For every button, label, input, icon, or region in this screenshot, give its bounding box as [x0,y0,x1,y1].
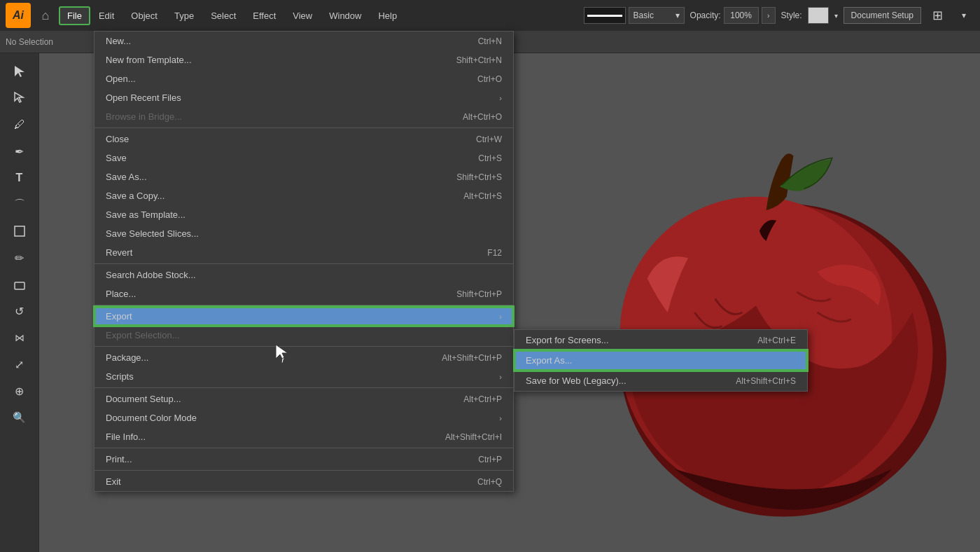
svg-marker-0 [15,66,24,77]
menu-package[interactable]: Package... Alt+Shift+Ctrl+P [94,348,513,367]
menu-exit[interactable]: Exit Ctrl+Q [94,472,513,491]
menu-save-copy[interactable]: Save a Copy... Alt+Ctrl+S [94,186,513,205]
svg-rect-3 [15,282,24,289]
document-setup-button[interactable]: Document Setup [844,7,921,24]
tool-pencil[interactable]: ✏ [7,245,32,270]
menu-file-info[interactable]: File Info... Alt+Shift+Ctrl+I [94,427,513,446]
menu-save-template-label: Save as Template... [106,209,186,220]
menu-place-shortcut: Shift+Ctrl+P [456,289,502,299]
apple-illustration [518,74,980,551]
menu-save-template[interactable]: Save as Template... [94,205,513,224]
menu-new-template[interactable]: New from Template... Shift+Ctrl+N [94,50,513,69]
export-submenu-arrow: › [499,312,502,321]
divider-7 [94,470,513,471]
menu-place-label: Place... [106,289,136,299]
style-box[interactable] [808,7,829,24]
chevron-down-icon[interactable]: ▾ [953,5,974,26]
menu-print-shortcut: Ctrl+P [478,455,502,464]
menu-open[interactable]: Open... Ctrl+O [94,69,513,88]
menu-item-object[interactable]: Object [122,6,166,25]
menu-revert[interactable]: Revert F12 [94,243,513,262]
menu-revert-shortcut: F12 [487,248,502,258]
divider-1 [94,127,513,128]
menu-item-effect[interactable]: Effect [244,6,284,25]
menu-save-copy-shortcut: Alt+Ctrl+S [463,191,502,201]
menu-item-file[interactable]: File [59,6,90,25]
menu-item-view[interactable]: View [284,6,321,25]
menu-package-shortcut: Alt+Shift+Ctrl+P [442,353,502,363]
menu-new[interactable]: New... Ctrl+N [94,32,513,50]
menu-items: File Edit Object Type Select Effect View… [59,6,405,25]
menu-item-edit[interactable]: Edit [90,6,122,25]
menu-export[interactable]: Export › [94,307,513,326]
tool-lasso[interactable]: ⌒ [7,192,32,217]
grid-icon[interactable]: ⊞ [927,5,948,26]
toolbar-right: Basic ▾ Opacity: 100% › Style: ▾ Documen… [584,5,974,26]
tool-eraser[interactable] [7,272,32,297]
tool-shape[interactable] [7,219,32,244]
divider-5 [94,387,513,388]
menu-item-select[interactable]: Select [202,6,244,25]
style-dropdown-arrow[interactable]: ▾ [834,12,838,20]
menu-document-setup[interactable]: Document Setup... Alt+Ctrl+P [94,389,513,408]
menu-save-as-shortcut: Shift+Ctrl+S [456,172,502,182]
tool-scale[interactable]: ⤢ [7,352,32,377]
menu-revert-label: Revert [106,247,132,258]
menu-open-recent-label: Open Recent Files [106,92,181,103]
menu-search-stock[interactable]: Search Adobe Stock... [94,265,513,284]
divider-6 [94,448,513,448]
tool-paintbrush[interactable]: 🖊 [7,112,32,137]
menu-document-color-mode[interactable]: Document Color Mode › [94,408,513,427]
tool-pen[interactable]: ✒ [7,139,32,164]
menu-print[interactable]: Print... Ctrl+P [94,450,513,469]
tool-zoom[interactable]: 🔍 [7,405,32,430]
tool-warp[interactable]: ⋈ [7,325,32,350]
opacity-value[interactable]: 100% [724,7,759,24]
tool-selection[interactable] [7,59,32,84]
svg-rect-2 [15,226,24,236]
menu-document-setup-label: Document Setup... [106,394,181,404]
menu-save-copy-label: Save a Copy... [106,191,164,201]
tool-blend[interactable]: ⊕ [7,378,32,403]
divider-2 [94,263,513,264]
menu-export-selection: Export Selection... [94,326,513,345]
menu-new-template-label: New from Template... [106,55,192,65]
menu-exit-shortcut: Ctrl+Q [477,477,502,487]
opacity-control: Opacity: 100% › [690,7,776,24]
menu-item-help[interactable]: Help [370,6,405,25]
tool-direct-selection[interactable] [7,85,32,111]
no-selection-label: No Selection [6,37,53,47]
menu-close[interactable]: Close Ctrl+W [94,130,513,149]
submenu-save-for-web-shortcut: Alt+Shift+Ctrl+S [736,376,796,386]
tool-rotate[interactable]: ↺ [7,298,32,324]
opacity-arrow-btn[interactable]: › [762,7,776,24]
menu-open-label: Open... [106,74,136,84]
svg-marker-1 [15,92,23,102]
submenu-export-for-screens[interactable]: Export for Screens... Alt+Ctrl+E [514,330,807,350]
menu-scripts[interactable]: Scripts › [94,367,513,386]
tools-panel: 🖊 ✒ T ⌒ ✏ ↺ ⋈ ⤢ ⊕ 🔍 [0,53,39,552]
menu-place[interactable]: Place... Shift+Ctrl+P [94,284,513,303]
menu-exit-label: Exit [106,476,121,487]
submenu-export-for-screens-label: Export for Screens... [526,335,609,345]
home-icon[interactable]: ⌂ [35,5,56,26]
opacity-label: Opacity: [690,11,721,20]
menu-close-shortcut: Ctrl+W [476,134,502,144]
stroke-color-box[interactable] [584,7,626,24]
basic-selector[interactable]: Basic ▾ [629,7,685,24]
submenu-save-for-web[interactable]: Save for Web (Legacy)... Alt+Shift+Ctrl+… [514,371,807,391]
menu-document-color-mode-label: Document Color Mode [106,413,197,423]
menu-save-as[interactable]: Save As... Shift+Ctrl+S [94,167,513,186]
menu-item-window[interactable]: Window [321,6,370,25]
app-logo: Ai [6,3,31,28]
menu-item-type[interactable]: Type [166,6,202,25]
menu-scripts-label: Scripts [106,371,134,382]
menu-document-setup-shortcut: Alt+Ctrl+P [463,394,502,404]
menu-browse-bridge-label: Browse in Bridge... [106,111,182,122]
tool-type[interactable]: T [7,165,32,191]
menu-save[interactable]: Save Ctrl+S [94,149,513,167]
menu-save-slices[interactable]: Save Selected Slices... [94,224,513,243]
menu-open-recent[interactable]: Open Recent Files › [94,88,513,107]
menu-save-label: Save [106,153,127,163]
submenu-export-as[interactable]: Export As... [514,350,807,371]
